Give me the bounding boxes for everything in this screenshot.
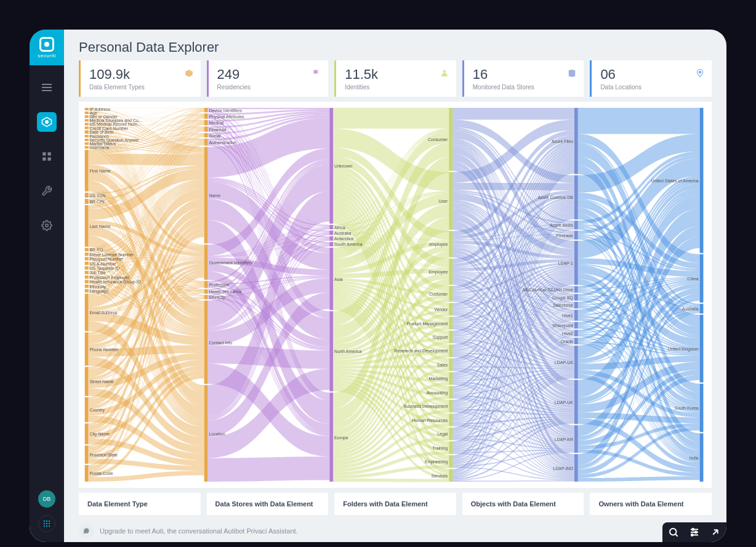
nav-tools-icon[interactable] bbox=[37, 181, 57, 201]
sankey-node-label: Passport Number bbox=[89, 257, 123, 261]
sankey-node-label: Driver License Number bbox=[89, 252, 134, 256]
menu-icon[interactable] bbox=[37, 78, 57, 97]
svg-rect-43 bbox=[85, 289, 89, 292]
svg-rect-2 bbox=[42, 152, 46, 155]
sankey-node-label: Australia bbox=[682, 307, 698, 311]
sankey-node-label: City Name bbox=[89, 432, 110, 436]
svg-rect-42 bbox=[85, 285, 89, 288]
svg-rect-108 bbox=[700, 304, 704, 314]
page-title: Personal Data Explorer bbox=[79, 39, 712, 55]
svg-rect-75 bbox=[449, 259, 452, 285]
sankey-node-label: User bbox=[439, 199, 448, 203]
svg-rect-45 bbox=[85, 333, 89, 366]
page-toolbar bbox=[662, 522, 726, 542]
svg-point-18 bbox=[699, 71, 701, 74]
stat-value: 11.5k bbox=[345, 67, 448, 83]
svg-rect-76 bbox=[449, 286, 452, 302]
svg-rect-67 bbox=[329, 237, 333, 241]
flag-icon bbox=[312, 69, 321, 78]
svg-point-16 bbox=[443, 70, 446, 73]
svg-point-8 bbox=[46, 521, 47, 522]
svg-rect-39 bbox=[85, 271, 89, 274]
svg-rect-54 bbox=[204, 126, 208, 132]
svg-rect-88 bbox=[449, 455, 452, 468]
header: Personal Data Explorer bbox=[64, 30, 726, 60]
svg-rect-68 bbox=[329, 242, 333, 246]
svg-rect-60 bbox=[204, 290, 208, 294]
stat-card-residencies[interactable]: 249 Residencies bbox=[207, 60, 329, 97]
sankey-node-label: Health Insurance bbox=[209, 290, 241, 294]
svg-rect-107 bbox=[700, 254, 704, 303]
svg-rect-28 bbox=[85, 142, 89, 145]
sankey-node-label: ABC-NorCal-SJ-Unit-Drive bbox=[523, 287, 573, 291]
sankey-chart[interactable]: IP AddressAgeSex or GenderMedical Diseas… bbox=[79, 102, 712, 488]
sankey-node-label: Street Name bbox=[89, 379, 113, 384]
user-avatar[interactable]: DB bbox=[38, 490, 55, 508]
svg-rect-78 bbox=[449, 317, 452, 329]
sankey-node-label: Sales bbox=[437, 362, 448, 367]
sankey-node-label: First Name bbox=[89, 169, 110, 173]
svg-rect-3 bbox=[48, 152, 51, 155]
svg-point-7 bbox=[44, 521, 45, 522]
sankey-node-label: Azure Blobs bbox=[550, 223, 573, 227]
apps-menu-icon[interactable] bbox=[38, 515, 55, 532]
chat-icon[interactable] bbox=[79, 524, 94, 538]
svg-point-13 bbox=[44, 525, 45, 527]
sankey-node-label: Salesforce bbox=[553, 303, 573, 307]
svg-rect-79 bbox=[449, 331, 452, 343]
sankey-node-label: Firebase bbox=[557, 233, 573, 237]
sankey-node-label: United Kingdom bbox=[668, 346, 699, 350]
svg-point-119 bbox=[691, 534, 693, 536]
sankey-node-label: Postal Code bbox=[89, 471, 113, 476]
sankey-node-label: Antarctica bbox=[334, 237, 353, 241]
svg-rect-51 bbox=[204, 108, 208, 112]
stat-value: 249 bbox=[217, 67, 320, 83]
brand-logo[interactable]: securiti bbox=[30, 30, 64, 65]
sankey-node-label: LDAP-KR bbox=[555, 437, 573, 441]
svg-rect-63 bbox=[204, 385, 208, 482]
sankey-node-label: employee bbox=[429, 242, 448, 246]
sankey-node-label: LDAP-US bbox=[555, 360, 573, 364]
stat-label: Data Element Types bbox=[89, 84, 192, 91]
svg-rect-47 bbox=[85, 397, 89, 423]
svg-rect-41 bbox=[85, 280, 89, 283]
stat-value: 16 bbox=[473, 67, 576, 83]
nav-dashboard-icon[interactable] bbox=[37, 112, 57, 132]
svg-rect-72 bbox=[449, 108, 452, 171]
svg-rect-22 bbox=[85, 119, 89, 121]
svg-rect-50 bbox=[85, 465, 89, 482]
person-icon bbox=[440, 69, 449, 78]
svg-rect-109 bbox=[700, 315, 704, 383]
sliders-icon[interactable] bbox=[688, 526, 701, 538]
svg-rect-92 bbox=[574, 221, 578, 229]
svg-rect-37 bbox=[85, 262, 89, 265]
svg-rect-74 bbox=[449, 231, 452, 257]
sankey-node-label: Marketing bbox=[429, 376, 448, 381]
sankey-node-label: US A-Number bbox=[89, 261, 116, 265]
svg-rect-34 bbox=[85, 248, 89, 251]
search-icon[interactable] bbox=[667, 526, 680, 538]
sankey-node-label: Hive1 bbox=[562, 313, 573, 317]
svg-rect-100 bbox=[574, 330, 578, 336]
svg-point-6 bbox=[46, 224, 49, 227]
stat-card-locations[interactable]: 06 Data Locations bbox=[590, 60, 712, 97]
expand-icon[interactable] bbox=[709, 526, 722, 538]
sidebar: securiti DB bbox=[30, 30, 64, 542]
nav-grid-icon[interactable] bbox=[37, 147, 57, 166]
nav-settings-icon[interactable] bbox=[37, 216, 57, 235]
svg-rect-56 bbox=[204, 139, 208, 145]
svg-line-113 bbox=[675, 534, 677, 536]
svg-rect-103 bbox=[574, 380, 578, 424]
stat-card-data-stores[interactable]: 16 Monitored Data Stores bbox=[462, 60, 584, 97]
svg-rect-30 bbox=[85, 150, 89, 192]
svg-rect-102 bbox=[574, 346, 578, 379]
svg-rect-86 bbox=[449, 427, 452, 440]
sankey-node-label: Health Insurance Group ID bbox=[89, 280, 140, 284]
svg-rect-83 bbox=[449, 386, 452, 399]
sankey-node-label: Customer bbox=[429, 292, 448, 296]
stat-card-element-types[interactable]: 109.9k Data Element Types bbox=[79, 60, 201, 97]
sankey-node-label: Legal bbox=[437, 432, 448, 436]
sankey-node-label: US Taxpayer ID bbox=[89, 265, 119, 270]
stat-label: Residencies bbox=[217, 84, 320, 91]
stat-card-identities[interactable]: 11.5k Identities bbox=[334, 60, 456, 97]
